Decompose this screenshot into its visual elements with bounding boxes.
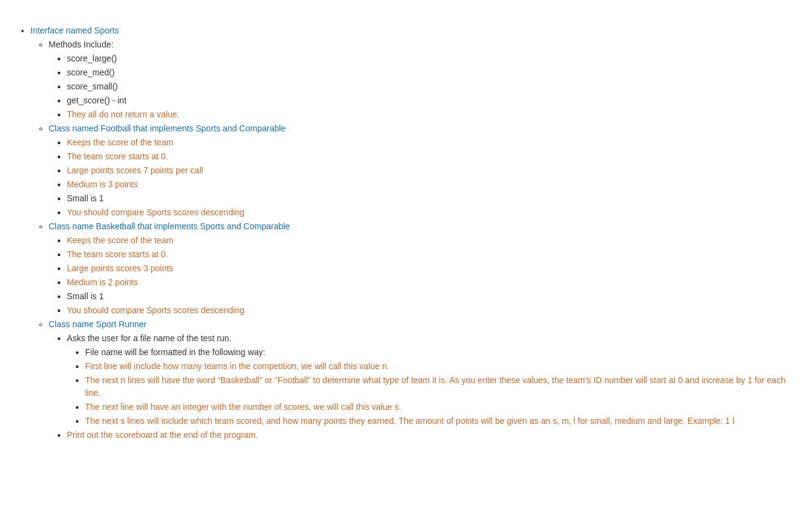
- item-label: They all do not return a value.: [67, 109, 179, 119]
- item-label: Medium is 2 points: [67, 277, 138, 287]
- list-item: Small is 1: [67, 192, 794, 205]
- item-label: Keeps the score of the team: [67, 137, 173, 147]
- list-item: Medium is 2 points: [67, 276, 794, 289]
- content-root: Interface named SportsMethods Include:sc…: [18, 24, 794, 442]
- list-item: score_med(): [67, 66, 794, 79]
- list-item: The team score starts at 0.: [67, 150, 794, 163]
- list-item: You should compare Sports scores descend…: [67, 304, 794, 317]
- list-item: The next n lines will have the word “Bas…: [85, 374, 794, 400]
- list-item: score_large(): [67, 52, 794, 65]
- item-label: Small is 1: [67, 291, 104, 301]
- item-label: get_score() - int: [67, 95, 126, 105]
- list-item: They all do not return a value.: [67, 108, 794, 121]
- item-label: Asks the user for a file name of the tes…: [67, 333, 232, 343]
- list-item: score_small(): [67, 80, 794, 93]
- item-label: You should compare Sports scores descend…: [67, 207, 244, 217]
- item-label: Keeps the score of the team: [67, 235, 173, 245]
- list-item: You should compare Sports scores descend…: [67, 206, 794, 219]
- item-label: The team score starts at 0.: [67, 249, 168, 259]
- list-item: get_score() - int: [67, 94, 794, 107]
- list-item: The next s lines will include which team…: [85, 415, 794, 428]
- item-label: Class named Football that implements Spo…: [49, 123, 286, 133]
- item-label: Class name Basketball that implements Sp…: [49, 221, 290, 231]
- item-label: Small is 1: [67, 193, 104, 203]
- list-item: Methods Include:score_large()score_med()…: [49, 38, 794, 121]
- item-label: Medium is 3 points: [67, 179, 138, 189]
- list-item: Class name Sport RunnerAsks the user for…: [49, 318, 794, 442]
- list-item: Medium is 3 points: [67, 178, 794, 191]
- item-label: The team score starts at 0.: [67, 151, 168, 161]
- item-label: Large points scores 7 points per call: [67, 165, 203, 175]
- item-label: Print out the scoreboard at the end of t…: [67, 430, 258, 440]
- item-label: score_small(): [67, 81, 118, 91]
- item-label: The next n lines will have the word “Bas…: [85, 375, 785, 398]
- list-item: First line will include how many teams i…: [85, 360, 794, 373]
- list-item: Keeps the score of the team: [67, 136, 794, 149]
- item-label: Class name Sport Runner: [49, 319, 146, 329]
- list-item: Large points scores 7 points per call: [67, 164, 794, 177]
- item-label: First line will include how many teams i…: [85, 361, 389, 371]
- item-label: The next line will have an integer with …: [85, 402, 401, 412]
- item-label: Methods Include:: [49, 40, 114, 49]
- list-item: Asks the user for a file name of the tes…: [67, 332, 794, 428]
- item-label: Interface named Sports: [30, 26, 119, 35]
- item-label: score_large(): [67, 54, 117, 63]
- list-item: File name will be formatted in the follo…: [85, 346, 794, 428]
- list-item: The next line will have an integer with …: [85, 401, 794, 414]
- list-item: Print out the scoreboard at the end of t…: [67, 429, 794, 442]
- list-item: The team score starts at 0.: [67, 248, 794, 261]
- list-item: Interface named SportsMethods Include:sc…: [30, 24, 794, 442]
- item-label: The next s lines will include which team…: [85, 416, 734, 426]
- list-item: Class named Football that implements Spo…: [49, 122, 794, 219]
- list-item: Large points scores 3 points: [67, 262, 794, 275]
- list-item: Small is 1: [67, 290, 794, 303]
- item-label: Large points scores 3 points: [67, 263, 173, 273]
- list-item: Class name Basketball that implements Sp…: [49, 220, 794, 317]
- item-label: File name will be formatted in the follo…: [85, 347, 265, 357]
- item-label: You should compare Sports scores descend…: [67, 305, 244, 315]
- item-label: score_med(): [67, 68, 115, 77]
- list-item: Keeps the score of the team: [67, 234, 794, 247]
